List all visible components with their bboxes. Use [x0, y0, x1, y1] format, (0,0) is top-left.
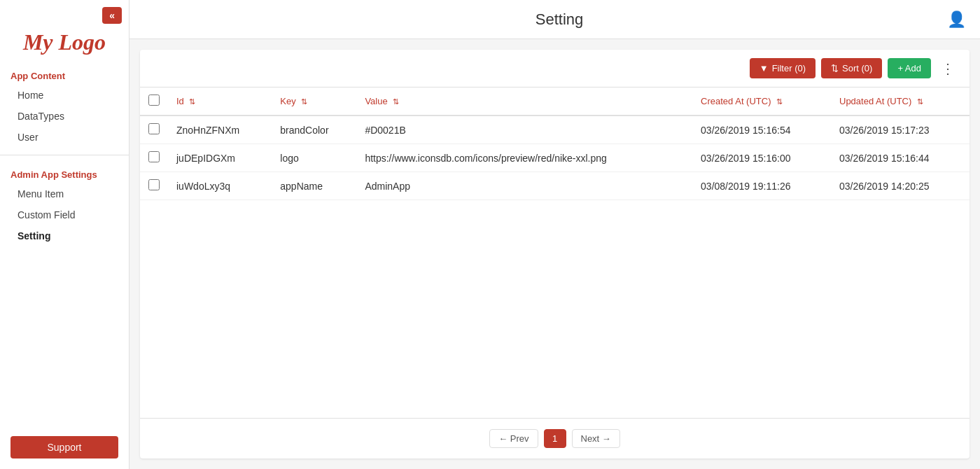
th-value-label: Value: [365, 96, 387, 106]
th-created-label: Created At (UTC): [701, 96, 771, 106]
sidebar-item-datatypes[interactable]: DataTypes: [0, 106, 129, 127]
sort-id-icon[interactable]: ⇅: [189, 97, 195, 106]
data-table: Id ⇅ Key ⇅ Value ⇅: [140, 88, 969, 200]
next-button[interactable]: Next →: [572, 429, 620, 448]
pagination: ← Prev 1 Next →: [140, 418, 969, 458]
row-created-at: 03/26/2019 15:16:54: [692, 115, 831, 144]
th-value: Value ⇅: [356, 88, 692, 115]
sidebar-item-menu-item[interactable]: Menu Item: [0, 183, 129, 204]
th-updated-at: Updated At (UTC) ⇅: [831, 88, 969, 115]
sort-created-icon[interactable]: ⇅: [776, 97, 783, 106]
add-button[interactable]: + Add: [888, 58, 931, 78]
row-checkbox-cell: [140, 172, 168, 200]
th-key-label: Key: [280, 96, 295, 106]
collapse-button[interactable]: «: [102, 7, 122, 24]
user-icon[interactable]: 👤: [947, 10, 966, 29]
row-key: logo: [272, 144, 356, 172]
row-checkbox-cell: [140, 115, 168, 144]
th-checkbox: [140, 88, 168, 115]
row-checkbox[interactable]: [148, 123, 160, 134]
sort-button[interactable]: ⇅ Sort (0): [821, 58, 882, 78]
table-container: Id ⇅ Key ⇅ Value ⇅: [140, 88, 969, 418]
sidebar-item-setting[interactable]: Setting: [0, 225, 129, 246]
add-label: + Add: [897, 63, 921, 74]
nav-divider: [0, 155, 129, 155]
current-page[interactable]: 1: [544, 429, 566, 448]
row-updated-at: 03/26/2019 15:17:23: [831, 115, 969, 144]
filter-label: Filter (0): [772, 63, 806, 74]
table-row: ZnoHnZFNXm brandColor #D0021B 03/26/2019…: [140, 115, 969, 144]
toolbar: ▼ Filter (0) ⇅ Sort (0) + Add ⋮: [140, 50, 969, 88]
row-created-at: 03/26/2019 15:16:00: [692, 144, 831, 172]
table-card: ▼ Filter (0) ⇅ Sort (0) + Add ⋮: [140, 50, 969, 458]
table-row: iuWdoLxy3q appName AdminApp 03/08/2019 1…: [140, 172, 969, 200]
table-body: ZnoHnZFNXm brandColor #D0021B 03/26/2019…: [140, 115, 969, 200]
admin-settings-label: Admin App Settings: [0, 162, 129, 183]
th-updated-label: Updated At (UTC): [839, 96, 911, 106]
sort-label: Sort (0): [842, 63, 872, 74]
table-row: juDEpIDGXm logo https://www.iconsdb.com/…: [140, 144, 969, 172]
row-checkbox[interactable]: [148, 151, 160, 162]
more-button[interactable]: ⋮: [937, 60, 959, 77]
content-area: ▼ Filter (0) ⇅ Sort (0) + Add ⋮: [130, 39, 980, 469]
th-created-at: Created At (UTC) ⇅: [692, 88, 831, 115]
sidebar: « My Logo App Content Home DataTypes Use…: [0, 0, 130, 469]
logo: My Logo: [10, 31, 118, 53]
sidebar-item-user[interactable]: User: [0, 127, 129, 148]
row-id: juDEpIDGXm: [168, 144, 272, 172]
topbar: Setting 👤: [130, 0, 980, 39]
sidebar-header: «: [0, 0, 129, 24]
sidebar-item-home[interactable]: Home: [0, 85, 129, 106]
row-value: https://www.iconsdb.com/icons/preview/re…: [356, 144, 692, 172]
sidebar-item-custom-field[interactable]: Custom Field: [0, 204, 129, 225]
th-id-label: Id: [176, 96, 184, 106]
sort-updated-icon[interactable]: ⇅: [917, 97, 923, 106]
row-value: AdminApp: [356, 172, 692, 200]
page-title: Setting: [172, 10, 947, 29]
filter-icon: ▼: [760, 63, 769, 74]
sort-key-icon[interactable]: ⇅: [301, 97, 307, 106]
sort-value-icon[interactable]: ⇅: [393, 97, 399, 106]
row-key: appName: [272, 172, 356, 200]
row-key: brandColor: [272, 115, 356, 144]
support-button[interactable]: Support: [10, 436, 118, 458]
row-checkbox[interactable]: [148, 179, 160, 190]
row-updated-at: 03/26/2019 15:16:44: [831, 144, 969, 172]
logo-area: My Logo: [0, 24, 129, 64]
row-value: #D0021B: [356, 115, 692, 144]
row-created-at: 03/08/2019 19:11:26: [692, 172, 831, 200]
filter-button[interactable]: ▼ Filter (0): [750, 58, 816, 78]
main-content: Setting 👤 ▼ Filter (0) ⇅ Sort (0) + Add …: [130, 0, 980, 469]
th-key: Key ⇅: [272, 88, 356, 115]
app-content-label: App Content: [0, 64, 129, 85]
row-id: ZnoHnZFNXm: [168, 115, 272, 144]
support-wrap: Support: [0, 426, 129, 469]
sort-icon: ⇅: [831, 63, 839, 74]
row-checkbox-cell: [140, 144, 168, 172]
row-id: iuWdoLxy3q: [168, 172, 272, 200]
select-all-checkbox[interactable]: [148, 94, 160, 106]
th-id: Id ⇅: [168, 88, 272, 115]
row-updated-at: 03/26/2019 14:20:25: [831, 172, 969, 200]
prev-button[interactable]: ← Prev: [489, 429, 538, 448]
